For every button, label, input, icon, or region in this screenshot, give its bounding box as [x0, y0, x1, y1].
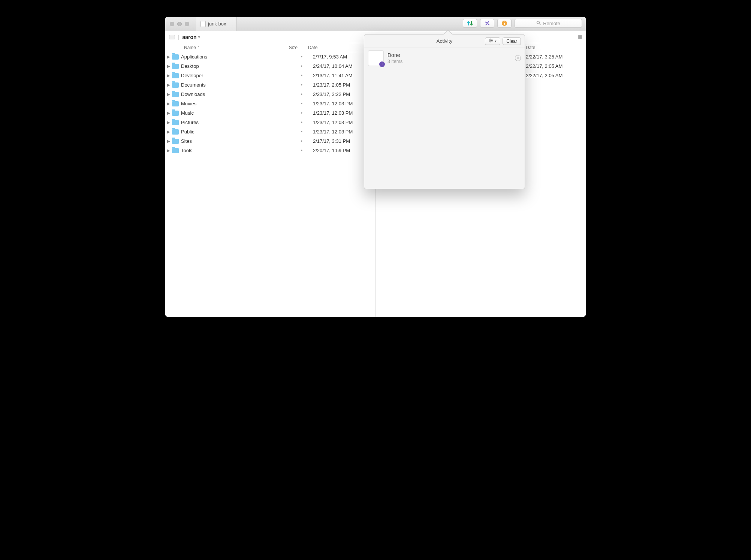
file-size: • [283, 101, 302, 106]
file-size: • [283, 148, 302, 153]
file-date: 2/22/17, 3:25 AM [522, 54, 586, 60]
column-name[interactable]: Name ˄ [165, 45, 278, 50]
activity-header: Activity ▾ Clear [364, 34, 525, 48]
view-grid-icon[interactable] [578, 35, 582, 39]
sort-asc-icon: ˄ [197, 46, 199, 49]
transfer-icon [467, 21, 473, 26]
info-button[interactable] [497, 19, 512, 28]
file-row[interactable]: ▶Music•1/23/17, 12:03 PM [165, 108, 376, 118]
file-size: • [283, 63, 302, 69]
file-name: Public [181, 129, 283, 135]
svg-line-12 [492, 39, 492, 39]
close-window-icon[interactable] [170, 22, 174, 26]
file-row[interactable]: ▶Pictures•1/23/17, 12:03 PM [165, 118, 376, 127]
disclosure-triangle-icon[interactable]: ▶ [165, 73, 172, 78]
file-size: • [283, 82, 302, 88]
minimize-window-icon[interactable] [177, 22, 182, 26]
activity-item[interactable]: ↓ Done 3 items ✕ [368, 50, 521, 66]
chevron-down-icon: ▾ [495, 39, 497, 43]
gear-icon [489, 38, 493, 44]
activity-item-remove[interactable]: ✕ [515, 55, 521, 61]
sync-button[interactable] [480, 19, 494, 28]
arrow-down-icon: ↓ [382, 62, 384, 66]
zoom-window-icon[interactable] [185, 22, 189, 26]
file-row[interactable]: ▶Desktop•2/24/17, 10:04 AM [165, 61, 376, 71]
app-window: junk box [165, 17, 586, 317]
folder-icon [172, 111, 179, 116]
activity-item-title: Done [387, 52, 402, 58]
file-name: Applications [181, 54, 283, 60]
disclosure-triangle-icon[interactable]: ▶ [165, 64, 172, 68]
svg-line-10 [490, 39, 490, 39]
file-row[interactable]: ▶Tools•2/20/17, 1:59 PM [165, 146, 376, 155]
local-file-list[interactable]: ▶Applications•2/7/17, 9:53 AM▶Desktop•2/… [165, 52, 376, 155]
activity-body: ↓ Done 3 items ✕ [364, 48, 525, 68]
file-size: • [283, 54, 302, 60]
close-icon: ✕ [516, 56, 519, 60]
disclosure-triangle-icon[interactable]: ▶ [165, 130, 172, 134]
column-size[interactable]: Size [278, 45, 304, 50]
titlebar: junk box [165, 17, 586, 31]
file-row[interactable]: ▶Applications•2/7/17, 9:53 AM [165, 52, 376, 61]
disclosure-triangle-icon[interactable]: ▶ [165, 139, 172, 143]
file-row[interactable]: ▶Public•1/23/17, 12:03 PM [165, 127, 376, 136]
document-icon [200, 21, 206, 27]
file-row[interactable]: ▶Movies•1/23/17, 12:03 PM [165, 99, 376, 108]
activity-actions-menu[interactable]: ▾ [485, 37, 500, 45]
file-row[interactable]: ▶Downloads•2/23/17, 3:22 PM [165, 90, 376, 99]
file-size: • [283, 73, 302, 78]
pinwheel-icon [484, 20, 490, 26]
disclosure-triangle-icon[interactable]: ▶ [165, 92, 172, 96]
folder-icon [172, 120, 179, 125]
disclosure-triangle-icon[interactable]: ▶ [165, 102, 172, 106]
disclosure-triangle-icon[interactable]: ▶ [165, 120, 172, 124]
svg-line-4 [539, 24, 540, 25]
file-name: Movies [181, 101, 283, 106]
path-separator: | [175, 34, 182, 40]
tab-title: junk box [208, 21, 226, 27]
clear-button[interactable]: Clear [503, 37, 521, 45]
folder-icon [172, 82, 179, 88]
activity-button[interactable] [463, 19, 477, 28]
file-name: Documents [181, 82, 283, 88]
search-icon [536, 21, 541, 26]
folder-icon [172, 139, 179, 144]
search-field[interactable]: Remote [515, 19, 582, 28]
file-name: Tools [181, 148, 283, 153]
activity-popover: Activity ▾ Clear ↓ Done 3 items [364, 34, 525, 189]
transfer-complete-icon: ↓ [368, 50, 384, 66]
column-header-left: Name ˄ Size Date [165, 43, 376, 52]
folder-icon [172, 148, 179, 153]
folder-icon [172, 54, 179, 60]
column-date-right[interactable]: Date [522, 45, 586, 50]
file-row[interactable]: ▶Documents•1/23/17, 2:05 PM [165, 80, 376, 90]
file-row[interactable]: ▶Sites•2/17/17, 3:31 PM [165, 136, 376, 146]
file-size: • [283, 120, 302, 125]
folder-icon [172, 92, 179, 97]
disclosure-triangle-icon[interactable]: ▶ [165, 83, 172, 87]
file-name: Sites [181, 138, 283, 144]
folder-icon [172, 64, 179, 69]
file-row[interactable]: ▶Developer•2/13/17, 11:41 AM [165, 71, 376, 80]
chevron-down-icon: ▾ [198, 35, 200, 39]
info-icon [501, 20, 507, 26]
file-date: 2/22/17, 2:05 AM [522, 73, 586, 78]
tab-connection[interactable]: junk box [196, 17, 237, 31]
svg-point-3 [537, 21, 540, 24]
disclosure-triangle-icon[interactable]: ▶ [165, 55, 172, 59]
svg-rect-1 [504, 23, 505, 25]
svg-line-11 [492, 42, 492, 42]
breadcrumb[interactable]: aaron ▾ [182, 34, 200, 40]
activity-item-subtitle: 3 items [387, 59, 402, 64]
toolbar: Remote [463, 19, 582, 28]
file-name: Music [181, 110, 283, 116]
disclosure-triangle-icon[interactable]: ▶ [165, 148, 172, 153]
disclosure-triangle-icon[interactable]: ▶ [165, 111, 172, 115]
search-placeholder: Remote [543, 21, 560, 26]
disk-icon [169, 35, 175, 39]
folder-icon [172, 101, 179, 106]
local-pane: Name ˄ Size Date ▶Applications•2/7/17, 9… [165, 43, 376, 317]
file-size: • [283, 138, 302, 144]
file-size: • [283, 129, 302, 135]
folder-icon [172, 73, 179, 78]
